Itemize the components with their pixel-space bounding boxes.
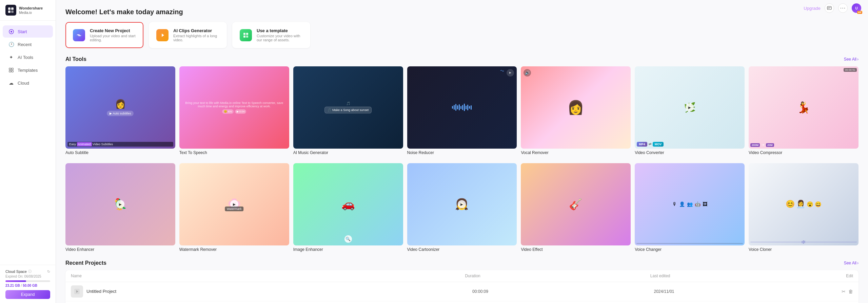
cloud-info-icon: ⓘ xyxy=(28,269,32,274)
tool-video-cartoonizer[interactable]: 👧 ▶ Video Cartoonizer xyxy=(407,163,517,252)
project-delete-btn-1[interactable]: 🗑 xyxy=(848,289,853,294)
cloud-bar-fill xyxy=(5,280,26,282)
tool-vocal-remover[interactable]: 👩 🔊 Vocal Remover xyxy=(521,66,631,155)
ai-tools-see-all[interactable]: See All › xyxy=(844,57,859,62)
avatar[interactable]: U VIP xyxy=(852,3,861,13)
avatar-initials: U xyxy=(855,6,857,10)
project-edited-1: 2024/11/01 xyxy=(559,289,769,294)
tool-voice-changer[interactable]: 🎙 👤 👥 🤖 🖼 Voice Changer xyxy=(635,163,745,252)
ai-tools-section-header: AI Tools See All › xyxy=(65,56,859,62)
expand-button[interactable]: Expand xyxy=(5,290,50,299)
svg-rect-2 xyxy=(8,10,11,13)
tool-video-converter[interactable]: 🌿 ▶ MP4 ⇄ MOV Video Converter xyxy=(635,66,745,155)
recent-projects-see-all[interactable]: See All › xyxy=(844,261,859,265)
use-template-icon xyxy=(240,29,252,41)
top-header: Upgrade ··· U VIP xyxy=(797,0,868,16)
ai-clips-icon xyxy=(156,29,169,41)
tool-label-video-converter: Video Converter xyxy=(635,150,745,155)
tool-label-noise-reducer: Noise Reducer xyxy=(407,150,517,155)
sidebar-item-ai-tools[interactable]: ✦ AI Tools xyxy=(3,51,53,63)
start-icon xyxy=(8,28,14,35)
svg-rect-7 xyxy=(12,68,13,70)
ai-clips-card[interactable]: AI Clips Generator Extract highlights of… xyxy=(149,22,227,48)
converter-badges: MP4 ⇄ MOV xyxy=(637,142,743,147)
recent-projects-title: Recent Projects xyxy=(65,260,106,266)
create-project-title: Create New Project xyxy=(90,28,136,33)
ai-tools-row2: 🦜 ▶ Video Enhancer 🌸 ▶ Watermark Waterma… xyxy=(65,163,859,252)
recent-projects-section-header: Recent Projects See All › xyxy=(65,260,859,266)
tool-label-video-cartoonizer: Video Cartoonizer xyxy=(407,247,517,252)
svg-rect-14 xyxy=(246,33,248,35)
recent-icon: 🕐 xyxy=(8,41,14,47)
tool-noise-reducer[interactable]: Noise Reducer xyxy=(407,66,517,155)
recent-projects-table: Name Duration Last edited Edit Untitled … xyxy=(65,270,859,303)
project-actions-1: ✂ 🗑 xyxy=(769,289,853,294)
create-project-subtitle: Upload your video and start editing. xyxy=(90,34,136,42)
tool-auto-subtitle[interactable]: 👩 ▶ Auto subtitles Easy Animated Video S… xyxy=(65,66,175,155)
tool-tts[interactable]: Bring your text to life with Media.io on… xyxy=(179,66,289,155)
cloud-info: Cloud Space ⓘ ↻ Expired On: 06/08/2025 2… xyxy=(0,265,56,303)
vip-badge: VIP xyxy=(857,11,862,14)
tool-label-voice-cloner: Voice Cloner xyxy=(749,247,859,252)
cloud-bar xyxy=(5,280,50,282)
tool-music-gen[interactable]: 🎵 🎵Make a Song about sunset AI Music Gen… xyxy=(293,66,403,155)
nav-items: Start 🕐 Recent ✦ AI Tools Templates ☁ Cl… xyxy=(0,21,56,265)
ai-tools-icon: ✦ xyxy=(8,54,14,60)
tool-label-voice-changer: Voice Changer xyxy=(635,247,745,252)
sidebar-item-start[interactable]: Start xyxy=(3,25,53,38)
tool-watermark-remover[interactable]: 🌸 ▶ Watermark Watermark Remover xyxy=(179,163,289,252)
sidebar-label-ai-tools: AI Tools xyxy=(18,55,33,60)
more-options-icon[interactable]: ··· xyxy=(838,3,848,13)
svg-rect-3 xyxy=(11,10,14,13)
app-product: Media.io xyxy=(19,11,43,15)
create-project-card[interactable]: Create New Project Upload your video and… xyxy=(65,22,143,48)
svg-point-11 xyxy=(78,34,80,36)
tool-label-image-enhancer: Image Enhancer xyxy=(293,247,403,252)
use-template-card[interactable]: Use a template Customize your video with… xyxy=(232,22,310,48)
svg-rect-6 xyxy=(9,68,11,70)
svg-marker-17 xyxy=(509,72,511,74)
ai-clips-subtitle: Extract highlights of a long video. xyxy=(173,34,219,42)
ai-tools-title: AI Tools xyxy=(65,56,86,62)
table-row: Untitled Project 00:00:24 2024/11/01 ✂ 🗑 xyxy=(65,301,859,303)
tool-voice-cloner[interactable]: 😊 👩‍💼 😮 😄 Voice Cloner xyxy=(749,163,859,252)
sidebar-item-templates[interactable]: Templates xyxy=(3,64,53,76)
quick-actions: Create New Project Upload your video and… xyxy=(65,22,859,48)
converter-play-icon: ▶ xyxy=(686,103,694,111)
message-icon[interactable] xyxy=(825,3,834,13)
sidebar-label-start: Start xyxy=(18,29,27,34)
sidebar-label-templates: Templates xyxy=(18,68,38,73)
project-name-1: Untitled Project xyxy=(86,289,401,294)
tool-label-vocal-remover: Vocal Remover xyxy=(521,150,631,155)
tool-label-music-gen: AI Music Generator xyxy=(293,150,403,155)
tool-video-enhancer[interactable]: 🦜 ▶ Video Enhancer xyxy=(65,163,175,252)
table-row: Untitled Project 00:00:09 2024/11/01 ✂ 🗑 xyxy=(65,282,859,301)
sidebar: Wondershare Media.io Start 🕐 Recent ✦ AI… xyxy=(0,0,56,303)
tool-label-watermark-remover: Watermark Remover xyxy=(179,247,289,252)
table-header: Name Duration Last edited Edit xyxy=(65,270,859,282)
svg-rect-10 xyxy=(827,6,831,9)
col-header-duration: Duration xyxy=(392,274,553,278)
templates-icon xyxy=(8,67,14,73)
app-logo-icon xyxy=(5,5,16,16)
svg-rect-8 xyxy=(9,70,11,72)
svg-rect-13 xyxy=(243,33,245,35)
upgrade-button[interactable]: Upgrade xyxy=(804,6,821,11)
sidebar-item-recent[interactable]: 🕐 Recent xyxy=(3,38,53,50)
tool-label-video-effect: Video Effect xyxy=(521,247,631,252)
svg-point-5 xyxy=(11,31,12,33)
logo-area: Wondershare Media.io xyxy=(0,0,56,21)
tool-video-compressor[interactable]: 💃 00:00:51 200M 20M Video Compressor xyxy=(749,66,859,155)
svg-rect-1 xyxy=(11,7,14,10)
tool-label-video-compressor: Video Compressor xyxy=(749,150,859,155)
tool-image-enhancer[interactable]: 🚗 🔍 Image Enhancer xyxy=(293,163,403,252)
sidebar-item-cloud[interactable]: ☁ Cloud xyxy=(3,77,53,89)
project-thumb-1 xyxy=(71,285,83,298)
tool-video-effect[interactable]: 🎸 Video Effect xyxy=(521,163,631,252)
enhancer-play-icon: ▶ xyxy=(116,200,124,208)
ai-clips-title: AI Clips Generator xyxy=(173,28,219,33)
tool-label-tts: Text To Speech xyxy=(179,150,289,155)
project-cut-btn-1[interactable]: ✂ xyxy=(842,289,846,294)
cloud-space-label: Cloud Space xyxy=(5,269,27,274)
cloud-refresh-icon[interactable]: ↻ xyxy=(47,269,50,274)
